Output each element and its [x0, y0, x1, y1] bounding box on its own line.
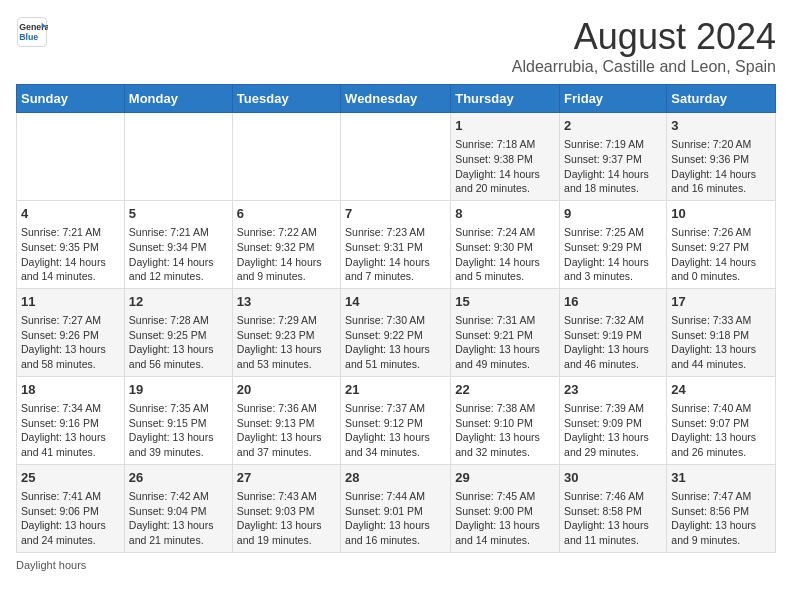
page-header: General Blue August 2024 Aldearrubia, Ca… [16, 16, 776, 76]
page-title: August 2024 [512, 16, 776, 58]
header-day-thursday: Thursday [451, 85, 560, 113]
day-info: Sunrise: 7:37 AMSunset: 9:12 PMDaylight:… [345, 401, 446, 460]
calendar-cell: 4Sunrise: 7:21 AMSunset: 9:35 PMDaylight… [17, 200, 125, 288]
calendar-cell: 27Sunrise: 7:43 AMSunset: 9:03 PMDayligh… [232, 464, 340, 552]
day-info: Sunrise: 7:42 AMSunset: 9:04 PMDaylight:… [129, 489, 228, 548]
calendar-cell: 16Sunrise: 7:32 AMSunset: 9:19 PMDayligh… [560, 288, 667, 376]
calendar-cell [232, 113, 340, 201]
calendar-header: SundayMondayTuesdayWednesdayThursdayFrid… [17, 85, 776, 113]
page-subtitle: Aldearrubia, Castille and Leon, Spain [512, 58, 776, 76]
day-number: 10 [671, 205, 771, 223]
calendar-cell: 10Sunrise: 7:26 AMSunset: 9:27 PMDayligh… [667, 200, 776, 288]
calendar-cell: 29Sunrise: 7:45 AMSunset: 9:00 PMDayligh… [451, 464, 560, 552]
header-day-saturday: Saturday [667, 85, 776, 113]
day-info: Sunrise: 7:38 AMSunset: 9:10 PMDaylight:… [455, 401, 555, 460]
day-info: Sunrise: 7:46 AMSunset: 8:58 PMDaylight:… [564, 489, 662, 548]
day-info: Sunrise: 7:18 AMSunset: 9:38 PMDaylight:… [455, 137, 555, 196]
svg-text:Blue: Blue [19, 32, 38, 42]
calendar-cell: 12Sunrise: 7:28 AMSunset: 9:25 PMDayligh… [124, 288, 232, 376]
calendar-cell: 5Sunrise: 7:21 AMSunset: 9:34 PMDaylight… [124, 200, 232, 288]
day-number: 13 [237, 293, 336, 311]
calendar-body: 1Sunrise: 7:18 AMSunset: 9:38 PMDaylight… [17, 113, 776, 553]
calendar-cell [341, 113, 451, 201]
day-info: Sunrise: 7:31 AMSunset: 9:21 PMDaylight:… [455, 313, 555, 372]
calendar-cell: 25Sunrise: 7:41 AMSunset: 9:06 PMDayligh… [17, 464, 125, 552]
header-row: SundayMondayTuesdayWednesdayThursdayFrid… [17, 85, 776, 113]
calendar-cell: 9Sunrise: 7:25 AMSunset: 9:29 PMDaylight… [560, 200, 667, 288]
header-day-sunday: Sunday [17, 85, 125, 113]
calendar-cell: 21Sunrise: 7:37 AMSunset: 9:12 PMDayligh… [341, 376, 451, 464]
calendar-table: SundayMondayTuesdayWednesdayThursdayFrid… [16, 84, 776, 553]
calendar-cell: 13Sunrise: 7:29 AMSunset: 9:23 PMDayligh… [232, 288, 340, 376]
day-info: Sunrise: 7:19 AMSunset: 9:37 PMDaylight:… [564, 137, 662, 196]
calendar-cell: 18Sunrise: 7:34 AMSunset: 9:16 PMDayligh… [17, 376, 125, 464]
week-row-2: 4Sunrise: 7:21 AMSunset: 9:35 PMDaylight… [17, 200, 776, 288]
title-block: August 2024 Aldearrubia, Castille and Le… [512, 16, 776, 76]
day-info: Sunrise: 7:20 AMSunset: 9:36 PMDaylight:… [671, 137, 771, 196]
calendar-cell [124, 113, 232, 201]
header-day-tuesday: Tuesday [232, 85, 340, 113]
day-number: 22 [455, 381, 555, 399]
calendar-cell: 14Sunrise: 7:30 AMSunset: 9:22 PMDayligh… [341, 288, 451, 376]
day-info: Sunrise: 7:45 AMSunset: 9:00 PMDaylight:… [455, 489, 555, 548]
footer: Daylight hours [16, 559, 776, 571]
day-number: 9 [564, 205, 662, 223]
day-number: 27 [237, 469, 336, 487]
day-number: 20 [237, 381, 336, 399]
day-number: 19 [129, 381, 228, 399]
calendar-cell: 8Sunrise: 7:24 AMSunset: 9:30 PMDaylight… [451, 200, 560, 288]
day-info: Sunrise: 7:44 AMSunset: 9:01 PMDaylight:… [345, 489, 446, 548]
week-row-1: 1Sunrise: 7:18 AMSunset: 9:38 PMDaylight… [17, 113, 776, 201]
week-row-5: 25Sunrise: 7:41 AMSunset: 9:06 PMDayligh… [17, 464, 776, 552]
day-number: 11 [21, 293, 120, 311]
day-number: 14 [345, 293, 446, 311]
day-info: Sunrise: 7:27 AMSunset: 9:26 PMDaylight:… [21, 313, 120, 372]
day-number: 7 [345, 205, 446, 223]
day-number: 5 [129, 205, 228, 223]
day-info: Sunrise: 7:30 AMSunset: 9:22 PMDaylight:… [345, 313, 446, 372]
calendar-cell: 28Sunrise: 7:44 AMSunset: 9:01 PMDayligh… [341, 464, 451, 552]
calendar-cell: 6Sunrise: 7:22 AMSunset: 9:32 PMDaylight… [232, 200, 340, 288]
day-info: Sunrise: 7:22 AMSunset: 9:32 PMDaylight:… [237, 225, 336, 284]
day-info: Sunrise: 7:40 AMSunset: 9:07 PMDaylight:… [671, 401, 771, 460]
day-info: Sunrise: 7:26 AMSunset: 9:27 PMDaylight:… [671, 225, 771, 284]
day-number: 2 [564, 117, 662, 135]
day-number: 25 [21, 469, 120, 487]
logo-icon: General Blue [16, 16, 48, 48]
day-info: Sunrise: 7:36 AMSunset: 9:13 PMDaylight:… [237, 401, 336, 460]
logo: General Blue [16, 16, 48, 48]
calendar-cell: 2Sunrise: 7:19 AMSunset: 9:37 PMDaylight… [560, 113, 667, 201]
day-info: Sunrise: 7:33 AMSunset: 9:18 PMDaylight:… [671, 313, 771, 372]
day-info: Sunrise: 7:39 AMSunset: 9:09 PMDaylight:… [564, 401, 662, 460]
header-day-friday: Friday [560, 85, 667, 113]
day-number: 12 [129, 293, 228, 311]
calendar-cell: 15Sunrise: 7:31 AMSunset: 9:21 PMDayligh… [451, 288, 560, 376]
day-number: 1 [455, 117, 555, 135]
calendar-cell: 19Sunrise: 7:35 AMSunset: 9:15 PMDayligh… [124, 376, 232, 464]
day-info: Sunrise: 7:24 AMSunset: 9:30 PMDaylight:… [455, 225, 555, 284]
svg-text:General: General [19, 22, 48, 32]
day-number: 31 [671, 469, 771, 487]
day-number: 26 [129, 469, 228, 487]
calendar-cell: 30Sunrise: 7:46 AMSunset: 8:58 PMDayligh… [560, 464, 667, 552]
calendar-cell: 22Sunrise: 7:38 AMSunset: 9:10 PMDayligh… [451, 376, 560, 464]
header-day-wednesday: Wednesday [341, 85, 451, 113]
day-number: 8 [455, 205, 555, 223]
day-info: Sunrise: 7:28 AMSunset: 9:25 PMDaylight:… [129, 313, 228, 372]
day-info: Sunrise: 7:21 AMSunset: 9:34 PMDaylight:… [129, 225, 228, 284]
day-info: Sunrise: 7:43 AMSunset: 9:03 PMDaylight:… [237, 489, 336, 548]
day-number: 16 [564, 293, 662, 311]
daylight-label: Daylight hours [16, 559, 86, 571]
calendar-cell: 1Sunrise: 7:18 AMSunset: 9:38 PMDaylight… [451, 113, 560, 201]
day-number: 28 [345, 469, 446, 487]
day-number: 23 [564, 381, 662, 399]
day-info: Sunrise: 7:23 AMSunset: 9:31 PMDaylight:… [345, 225, 446, 284]
day-number: 15 [455, 293, 555, 311]
calendar-cell: 7Sunrise: 7:23 AMSunset: 9:31 PMDaylight… [341, 200, 451, 288]
calendar-cell: 24Sunrise: 7:40 AMSunset: 9:07 PMDayligh… [667, 376, 776, 464]
day-info: Sunrise: 7:47 AMSunset: 8:56 PMDaylight:… [671, 489, 771, 548]
day-number: 6 [237, 205, 336, 223]
day-info: Sunrise: 7:25 AMSunset: 9:29 PMDaylight:… [564, 225, 662, 284]
calendar-cell: 26Sunrise: 7:42 AMSunset: 9:04 PMDayligh… [124, 464, 232, 552]
calendar-cell: 31Sunrise: 7:47 AMSunset: 8:56 PMDayligh… [667, 464, 776, 552]
